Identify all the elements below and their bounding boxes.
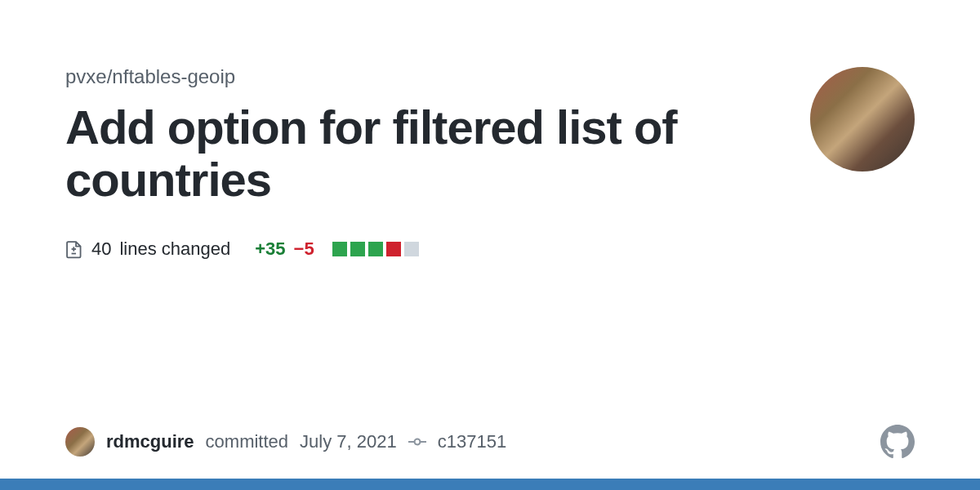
diff-block-red: [386, 242, 401, 256]
avatar-image: [810, 67, 915, 172]
file-diff-icon: [65, 238, 83, 260]
diff-block-green: [332, 242, 347, 256]
deletions-count: −5: [294, 238, 314, 260]
additions-count: +35: [255, 238, 285, 260]
footer: rdmcguire committed July 7, 2021 c137151: [65, 425, 915, 459]
commit-card: pvxe/nftables-geoip Add option for filte…: [0, 0, 980, 490]
author-avatar-small[interactable]: [65, 427, 95, 457]
author-name[interactable]: rdmcguire: [106, 431, 194, 452]
lines-count: 40: [91, 238, 111, 260]
github-logo-icon[interactable]: [880, 425, 915, 459]
lines-text: lines changed: [119, 238, 230, 260]
svg-point-3: [414, 439, 420, 445]
commit-date: July 7, 2021: [300, 431, 397, 452]
commit-icon: [408, 433, 426, 451]
commit-hash[interactable]: c137151: [438, 431, 506, 452]
diff-block-gray: [404, 242, 419, 256]
commit-title: Add option for filtered list of countrie…: [65, 101, 735, 206]
author-avatar-large[interactable]: [810, 67, 915, 172]
diff-blocks: [332, 242, 419, 256]
author-section: rdmcguire committed July 7, 2021 c137151: [65, 427, 506, 457]
commit-action: committed: [206, 431, 288, 452]
diff-summary: 40 lines changed +35 −5: [65, 238, 915, 260]
repo-path[interactable]: pvxe/nftables-geoip: [65, 65, 915, 88]
diff-block-green: [368, 242, 383, 256]
bottom-accent-bar: [0, 479, 980, 490]
diff-block-green: [350, 242, 365, 256]
